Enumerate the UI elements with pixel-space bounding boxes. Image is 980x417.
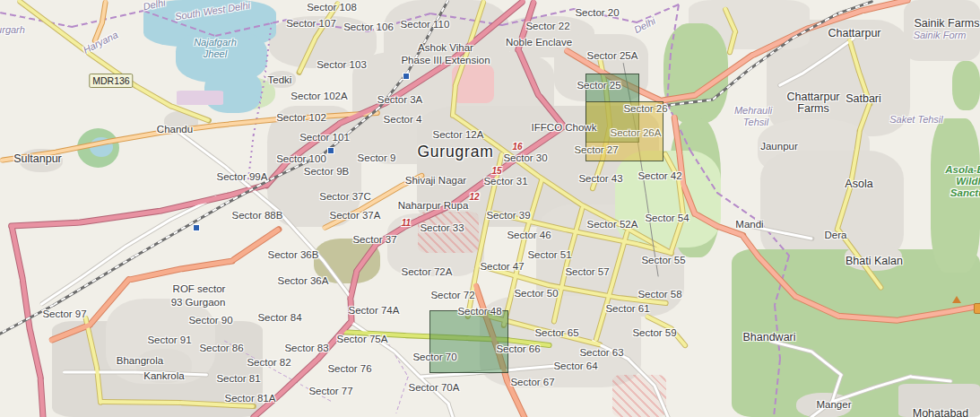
label-tedki: Tedki	[268, 74, 292, 85]
label-jaunpur: Jaunpur	[760, 141, 798, 152]
label-asola-b: Asola-B	[945, 164, 980, 175]
label-wildl: Wildl	[956, 176, 980, 187]
label-sector-70a: Sector 70A	[409, 382, 460, 393]
label-sector-97: Sector 97	[42, 308, 86, 319]
label-delhi: Delhi	[632, 15, 657, 35]
label-sector-77: Sector 77	[308, 386, 352, 396]
road-ref-badge	[974, 303, 980, 314]
admin-boundary-line	[395, 377, 408, 413]
label-sector-51: Sector 51	[527, 249, 571, 260]
label-sanctu: Sanctu	[950, 187, 980, 198]
label-sector-72: Sector 72	[430, 290, 474, 300]
label-93-gurgaon: 93 Gurgaon	[171, 297, 226, 308]
label-sector-70: Sector 70	[412, 352, 456, 362]
label-shivaji-nagar: Shivaji Nagar	[405, 175, 466, 186]
route-ref-12: 12	[469, 192, 479, 202]
peak-icon	[952, 296, 961, 303]
label-sector-57: Sector 57	[565, 266, 609, 277]
label-sector-26a: Sector 26A	[611, 127, 662, 138]
label-sainik-form: Sainik Form	[914, 30, 967, 40]
route-ref-16: 16	[512, 142, 522, 152]
label-sector-101: Sector 101	[299, 132, 350, 143]
label-tehsil: Tehsil	[743, 117, 768, 127]
label-bhati-kalan: Bhati Kalan	[846, 255, 903, 267]
label-dera: Dera	[825, 230, 847, 240]
route-ref-15: 15	[491, 166, 501, 176]
highlight-box-sector-70[interactable]	[429, 310, 508, 373]
label-sector-36a: Sector 36A	[278, 275, 329, 286]
label-sector-22: Sector 22	[525, 21, 569, 31]
label-sector-55: Sector 55	[641, 255, 685, 265]
label-sector-74a: Sector 74A	[349, 305, 400, 316]
label-sainik-farms: Sainik Farms	[915, 17, 980, 30]
label-gurugram: Gurugram	[417, 143, 493, 161]
label-sector-102: Sector 102	[276, 112, 326, 123]
label-sector-106: Sector 106	[343, 22, 394, 32]
label-urgarh: urgarh	[0, 24, 25, 35]
label-sector-66: Sector 66	[496, 343, 540, 354]
label-sector-67: Sector 67	[510, 377, 554, 387]
label-sector-64: Sector 64	[553, 361, 597, 371]
label-sector-99a: Sector 99A	[217, 171, 268, 182]
land-area	[177, 91, 223, 105]
label-sector-88b: Sector 88B	[232, 210, 283, 221]
label-sector-84: Sector 84	[257, 312, 301, 323]
label-mehrauli: Mehrauli	[734, 105, 772, 116]
label-sector-91: Sector 91	[147, 334, 191, 345]
metro-station-icon	[193, 224, 200, 231]
label-manger: Manger	[817, 399, 852, 410]
label-chandu: Chandu	[157, 124, 193, 135]
label-sector-48: Sector 48	[457, 306, 501, 317]
label-sector-103: Sector 103	[317, 59, 367, 70]
label-sector-25a: Sector 25A	[587, 50, 638, 61]
label-sector-30: Sector 30	[503, 152, 547, 163]
label-najafgarh: Najafgarh	[194, 37, 237, 48]
road-ref-badge-mdr136: MDR136	[89, 74, 133, 88]
label-sector-50: Sector 50	[514, 288, 558, 299]
label-sector-46: Sector 46	[507, 230, 551, 240]
label-jheel: Jheel	[204, 48, 227, 59]
label-sector-39: Sector 39	[486, 210, 530, 221]
label-saket-tehsil: Saket Tehsil	[889, 114, 943, 125]
map-canvas[interactable]: DelhiSouth West DelhiHaryanaurgarhNajafg…	[0, 0, 980, 417]
label-sector-100: Sector 100	[276, 153, 326, 164]
label-iffco-chowk: IFFCO Chowk	[532, 122, 597, 133]
label-sector-36b: Sector 36B	[268, 249, 319, 260]
label-asola: Asola	[845, 178, 872, 190]
label-sector-63: Sector 63	[579, 347, 623, 358]
label-kankrola: Kankrola	[143, 370, 184, 381]
label-naharpur-rupa: Naharpur Rupa	[398, 200, 469, 211]
label-sector-12a: Sector 12A	[433, 129, 484, 140]
label-sector-26: Sector 26	[623, 103, 667, 114]
label-sector-25: Sector 25	[577, 80, 620, 91]
label-chattarpur: Chattarpur	[786, 91, 839, 103]
label-sector-61: Sector 61	[605, 303, 649, 314]
label-sector-59: Sector 59	[632, 327, 676, 338]
label-bhangrola: Bhangrola	[117, 355, 163, 366]
metro-station-icon	[327, 147, 334, 154]
label-sector-107: Sector 107	[286, 18, 336, 29]
road-line	[134, 83, 173, 109]
label-sector-65: Sector 65	[534, 327, 578, 338]
label-sector-4: Sector 4	[384, 114, 422, 125]
label-sector-42: Sector 42	[637, 170, 681, 181]
label-sector-52a: Sector 52A	[587, 219, 638, 230]
label-sector-81: Sector 81	[216, 373, 260, 384]
label-mohatabad: Mohatabad	[913, 407, 969, 417]
label-sector-75a: Sector 75A	[337, 334, 388, 344]
land-area	[952, 61, 980, 110]
label-farms: Farms	[797, 102, 828, 115]
label-phase-iii-extension: Phase III Extension	[401, 55, 490, 65]
label-sector-9: Sector 9	[358, 152, 396, 163]
label-sector-86: Sector 86	[199, 343, 243, 353]
road-line	[78, 209, 162, 225]
label-sector-37a: Sector 37A	[330, 210, 381, 221]
label-sector-72a: Sector 72A	[402, 266, 453, 277]
route-ref-11: 11	[402, 218, 411, 228]
label-mandi: Mandi	[735, 219, 763, 230]
label-sector-37: Sector 37	[352, 234, 396, 245]
label-bhandwari: Bhandwari	[742, 331, 795, 343]
road-line	[63, 371, 136, 374]
label-sector-43: Sector 43	[578, 173, 622, 184]
label-sector-110: Sector 110	[401, 19, 450, 30]
